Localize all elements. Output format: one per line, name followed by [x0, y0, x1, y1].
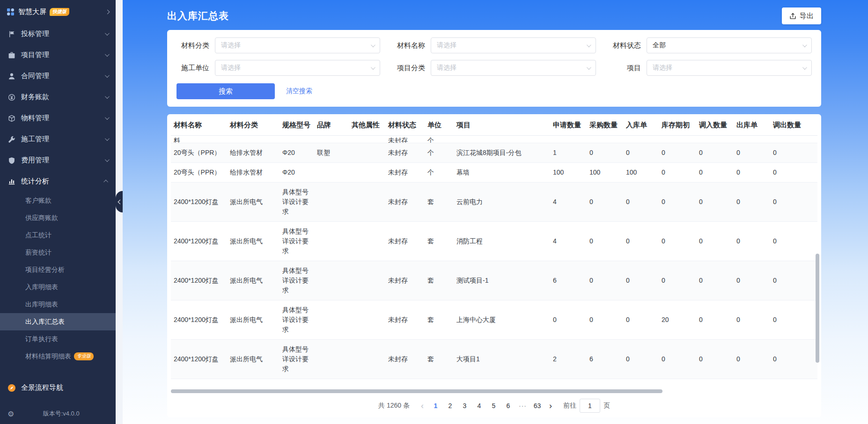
chevron-down-icon: [105, 115, 110, 120]
sidebar-subitem-8[interactable]: 出入库汇总表: [0, 313, 116, 330]
page-4[interactable]: 4: [473, 402, 485, 409]
material-category-select[interactable]: 请选择: [215, 37, 380, 53]
table-cell: 未封存: [385, 136, 425, 143]
table-cell: 给排水管材: [227, 163, 280, 182]
table-cell: 0: [770, 310, 808, 329]
table-cell: 未封存: [385, 271, 425, 290]
table-cell: 联塑: [314, 143, 349, 162]
table-cell: [349, 168, 385, 177]
sidebar-subitem-2[interactable]: 供应商账款: [0, 209, 116, 227]
table-cell: 0: [659, 192, 696, 212]
sidebar-logo[interactable]: 智慧大屏 快捷版: [0, 0, 116, 23]
collapse-sidebar-button[interactable]: [116, 191, 123, 212]
data-table: 材料名称材料分类规格型号品牌其他属性材料状态单位项目申请数量采购数量入库单库存期…: [167, 114, 821, 417]
table-cell: 未封存: [385, 310, 425, 329]
prev-page-button[interactable]: ‹: [416, 402, 428, 410]
chevron-down-icon: [802, 43, 807, 47]
sidebar-item-7[interactable]: 费用管理: [0, 150, 116, 171]
project-category-select[interactable]: 请选择: [431, 60, 596, 76]
horizontal-scrollbar[interactable]: [171, 389, 662, 393]
page-2[interactable]: 2: [444, 402, 456, 409]
table-cell: Φ20: [280, 163, 314, 182]
sidebar-item-6[interactable]: 施工管理: [0, 129, 116, 150]
sidebar-item-4[interactable]: 财务账款: [0, 87, 116, 108]
sidebar-item-label: 投标管理: [21, 29, 49, 38]
sidebar-subitem-5[interactable]: 项目经营分析: [0, 261, 116, 278]
filter-group-material-name: 材料名称 请选择: [392, 37, 596, 53]
column-header: 调入数量: [696, 114, 734, 135]
table-cell: 2400*1200灯盘: [171, 350, 227, 369]
sidebar-item-8[interactable]: 统计分析: [0, 171, 116, 192]
table-row[interactable]: 料未封存个: [171, 136, 817, 143]
export-button[interactable]: 导出: [782, 7, 821, 24]
table-cell: 幕墙: [454, 163, 550, 182]
table-row[interactable]: 2400*1200灯盘派出所电气具体型号详设计要求未封存套测试项目-160000…: [171, 261, 817, 300]
material-name-select[interactable]: 请选择: [431, 37, 596, 53]
sidebar-subitem-3[interactable]: 点工统计: [0, 227, 116, 244]
column-header: 调出数量: [770, 114, 808, 135]
sidebar-item-5[interactable]: 物料管理: [0, 108, 116, 129]
sidebar-subitem-4[interactable]: 薪资统计: [0, 244, 116, 261]
filter-group-material-status: 材料状态 全部: [608, 37, 812, 53]
bar-chart-icon: [7, 177, 16, 186]
pagination-ellipsis[interactable]: ···: [516, 402, 529, 409]
table-cell: 未封存: [385, 192, 425, 212]
table-cell: [349, 276, 385, 285]
search-button[interactable]: 搜索: [177, 83, 275, 99]
construction-unit-select[interactable]: 请选择: [215, 60, 380, 76]
sidebar-subitem-label: 出库明细表: [25, 300, 58, 309]
table-cell: 0: [659, 350, 696, 369]
page-jump-input[interactable]: [580, 399, 600, 413]
gear-icon[interactable]: ⚙: [7, 409, 14, 418]
box-icon: [7, 114, 16, 123]
project-select[interactable]: 请选择: [647, 60, 812, 76]
page-1[interactable]: 1: [429, 402, 442, 409]
table-cell: 0: [623, 350, 659, 369]
filter-label: 项目分类: [392, 64, 431, 73]
next-page-button[interactable]: ›: [544, 402, 557, 410]
sidebar-item-3[interactable]: 合同管理: [0, 66, 116, 87]
table-row[interactable]: 20弯头（PPR）给排水管材Φ20联塑未封存个滨江花城8期项目-分包100000…: [171, 143, 817, 163]
table-cell: [349, 315, 385, 325]
table-cell: 2: [550, 350, 587, 369]
page-5[interactable]: 5: [487, 402, 500, 409]
sidebar-item-label: 统计分析: [21, 177, 49, 186]
table-cell: 1: [550, 143, 587, 162]
page-3[interactable]: 3: [458, 402, 471, 409]
table-row[interactable]: 2400*1200灯盘派出所电气具体型号详设计要求未封存套大项目12600000: [171, 340, 817, 379]
search-row: 搜索 清空搜索: [177, 83, 812, 99]
table-row[interactable]: 2400*1200灯盘派出所电气具体型号详设计要求未封存套消防工程4000000: [171, 222, 817, 261]
vertical-scrollbar[interactable]: [816, 254, 819, 363]
column-header: 品牌: [314, 114, 349, 135]
sidebar-subitem-6[interactable]: 入库明细表: [0, 278, 116, 296]
sidebar-item-flow-navigation[interactable]: 全景流程导航: [0, 377, 116, 398]
table-row[interactable]: 2400*1200灯盘派出所电气具体型号详设计要求未封存套上海中心大厦00020…: [171, 300, 817, 340]
material-status-select[interactable]: 全部: [647, 37, 812, 53]
chevron-down-icon: [371, 65, 375, 70]
clear-search-link[interactable]: 清空搜索: [286, 87, 312, 95]
table-cell: 0: [550, 310, 587, 329]
table-cell: 消防工程: [454, 232, 550, 251]
table-cell: 个: [425, 143, 454, 162]
page-6[interactable]: 6: [502, 402, 515, 409]
page-63[interactable]: 63: [531, 402, 544, 409]
sidebar-subitem-10[interactable]: 材料结算明细表专业版: [0, 348, 116, 365]
sidebar-item-2[interactable]: 项目管理: [0, 44, 116, 66]
chevron-down-icon: [105, 157, 110, 162]
column-header: 出库单: [734, 114, 770, 135]
sidebar-subitem-1[interactable]: 客户账款: [0, 192, 116, 209]
table-cell: 套: [425, 350, 454, 369]
sidebar-subitem-7[interactable]: 出库明细表: [0, 296, 116, 313]
table-cell: 0: [770, 271, 808, 290]
table-cell: 2400*1200灯盘: [171, 310, 227, 329]
table-row[interactable]: 2400*1200灯盘派出所电气具体型号详设计要求未封存套云前电力4000000: [171, 183, 817, 222]
table-cell: 0: [587, 143, 623, 162]
table-cell: 0: [659, 271, 696, 290]
table-cell: 具体型号详设计要求: [280, 340, 314, 379]
sidebar-subitem-label: 项目经营分析: [25, 266, 65, 274]
table-row[interactable]: 20弯头（PPR）给排水管材Φ20未封存个幕墙1001001000000: [171, 163, 817, 183]
sidebar-item-1[interactable]: 投标管理: [0, 23, 116, 44]
sidebar-subitem-9[interactable]: 订单执行表: [0, 330, 116, 348]
app-root: 智慧大屏 快捷版 投标管理项目管理合同管理财务账款物料管理施工管理费用管理统计分…: [0, 0, 868, 424]
briefcase-icon: [7, 51, 16, 59]
